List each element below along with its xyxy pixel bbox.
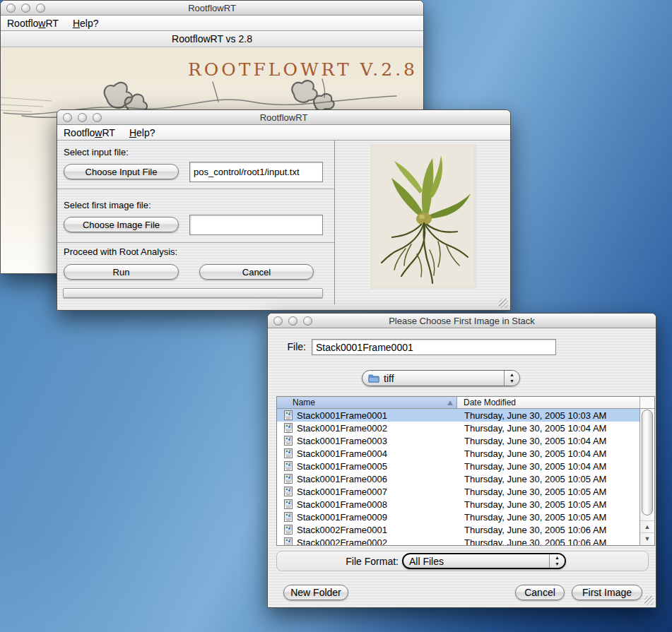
plant-preview-image (370, 144, 476, 289)
cancel-button[interactable]: Cancel (515, 585, 565, 600)
scroll-up-icon[interactable]: ▲ (640, 520, 654, 532)
zoom-button[interactable] (36, 4, 45, 13)
menubar-main: RootflowRT Help? (57, 125, 510, 141)
file-field-label: File: (268, 341, 306, 352)
file-date: Thursday, June 30, 2005 10:05 AM (457, 512, 606, 523)
scrollbar[interactable]: ▲ ▼ (639, 409, 654, 545)
resize-grip-icon[interactable] (499, 299, 508, 308)
choose-input-file-button[interactable]: Choose Input File (64, 164, 179, 179)
file-list: Name Date Modified Sta (276, 396, 655, 546)
window-title: Please Choose First Image in Stack (389, 316, 535, 326)
column-header-name[interactable]: Name (277, 397, 457, 408)
menu-label: elp? (80, 18, 98, 29)
file-row[interactable]: Stack0001Frame0002 Thursday, June 30, 20… (277, 422, 639, 434)
file-list-body: Stack0001Frame0001 Thursday, June 30, 20… (277, 409, 639, 545)
file-name-cell: Stack0002Frame0002 (277, 537, 457, 546)
first-image-button[interactable]: First Image (572, 585, 642, 600)
file-row[interactable]: Stack0001Frame0007 Thursday, June 30, 20… (277, 485, 639, 498)
image-file-field[interactable] (189, 215, 323, 235)
titlebar-dialog[interactable]: Please Choose First Image in Stack (268, 314, 656, 328)
minimize-button[interactable] (288, 316, 297, 326)
titlebar-main[interactable]: RootflowRT (57, 110, 510, 125)
file-date: Thursday, June 30, 2005 10:04 AM (457, 423, 606, 434)
version-text: RootflowRT vs 2.8 (172, 33, 252, 44)
file-row[interactable]: Stack0001Frame0003 Thursday, June 30, 20… (277, 434, 639, 447)
tiff-file-icon (284, 512, 293, 522)
progress-bar (63, 288, 323, 298)
run-button[interactable]: Run (64, 264, 179, 280)
scroll-down-icon[interactable]: ▼ (640, 532, 654, 544)
dialog-body: File: tiff ▲▼ Name Date Modified (268, 328, 656, 607)
window-title: RootflowRT (188, 3, 236, 13)
titlebar-about[interactable]: RootflowRT (1, 1, 423, 16)
file-name: Stack0001Frame0004 (297, 448, 387, 459)
analysis-section-label: Proceed with Root Analysis: (64, 246, 177, 257)
menu-label: H (73, 18, 80, 29)
file-name-cell: Stack0001Frame0005 (277, 461, 457, 472)
window-controls (273, 316, 312, 326)
file-date: Thursday, June 30, 2005 10:04 AM (457, 436, 606, 446)
divider (57, 189, 334, 189)
stepper-arrows-icon: ▲▼ (549, 554, 565, 568)
close-button[interactable] (6, 4, 16, 13)
file-name-cell: Stack0001Frame0006 (277, 474, 457, 484)
zoom-button[interactable] (303, 316, 312, 326)
divider (57, 242, 334, 243)
menubar-about: RootflowRT Help? (1, 16, 423, 31)
column-header-label: Name (293, 398, 315, 407)
tiff-file-icon (284, 537, 293, 545)
file-list-header: Name Date Modified (277, 397, 654, 409)
file-name-cell: Stack0001Frame0003 (277, 436, 457, 446)
window-controls (6, 4, 45, 13)
desktop: RootflowRT RootflowRT Help? RootflowRT v… (0, 0, 672, 632)
menu-label: w (95, 127, 102, 138)
folder-dropdown[interactable]: tiff ▲▼ (362, 370, 520, 386)
new-folder-button[interactable]: New Folder (283, 585, 348, 600)
file-date: Thursday, June 30, 2005 10:03 AM (457, 410, 606, 421)
file-date: Thursday, June 30, 2005 10:06 AM (457, 537, 606, 546)
file-row[interactable]: Stack0001Frame0004 Thursday, June 30, 20… (277, 447, 639, 460)
column-header-date[interactable]: Date Modified (457, 397, 640, 408)
file-row[interactable]: Stack0002Frame0001 Thursday, June 30, 20… (277, 523, 639, 536)
version-bar: RootflowRT vs 2.8 (1, 31, 423, 47)
image-section-label: Select first image file: (64, 200, 151, 210)
file-format-panel: File Format: All Files ▲▼ (276, 551, 649, 571)
menu-rootflowrt[interactable]: RootflowRT (7, 18, 59, 29)
column-header-label: Date Modified (464, 398, 516, 407)
menu-rootflowrt[interactable]: RootflowRT (64, 127, 115, 138)
file-row[interactable]: Stack0002Frame0002 Thursday, June 30, 20… (277, 536, 639, 545)
file-row[interactable]: Stack0001Frame0005 Thursday, June 30, 20… (277, 460, 639, 472)
close-button[interactable] (273, 316, 283, 326)
stepper-arrows-icon: ▲▼ (504, 371, 519, 386)
tiff-file-icon (284, 487, 293, 496)
close-button[interactable] (63, 113, 72, 122)
cancel-button[interactable]: Cancel (199, 264, 314, 280)
file-row[interactable]: Stack0001Frame0006 Thursday, June 30, 20… (277, 472, 639, 485)
tiff-file-icon (284, 448, 293, 458)
file-name-cell: Stack0002Frame0001 (277, 525, 457, 535)
resize-grip-icon[interactable] (644, 596, 654, 605)
file-name-input[interactable] (312, 339, 556, 355)
zoom-button[interactable] (93, 113, 102, 122)
file-name: Stack0001Frame0009 (297, 512, 387, 523)
file-row[interactable]: Stack0001Frame0008 Thursday, June 30, 20… (277, 498, 639, 511)
file-date: Thursday, June 30, 2005 10:04 AM (457, 448, 606, 459)
menu-label: RT (45, 18, 58, 29)
scrollbar-buttons: ▲ ▼ (640, 520, 654, 544)
file-row[interactable]: Stack0001Frame0001 Thursday, June 30, 20… (277, 409, 639, 422)
scrollbar-thumb[interactable] (642, 410, 653, 515)
file-name: Stack0002Frame0001 (297, 525, 387, 535)
tiff-file-icon (284, 461, 293, 471)
choose-image-file-button[interactable]: Choose Image File (64, 217, 179, 232)
file-format-label: File Format: (319, 556, 399, 567)
menu-help[interactable]: Help? (129, 127, 155, 138)
menu-help[interactable]: Help? (73, 18, 99, 29)
input-file-field[interactable] (189, 162, 323, 182)
minimize-button[interactable] (21, 4, 30, 13)
file-name-cell: Stack0001Frame0008 (277, 499, 457, 510)
minimize-button[interactable] (78, 113, 87, 122)
tiff-file-icon (284, 474, 293, 484)
file-row[interactable]: Stack0001Frame0009 Thursday, June 30, 20… (277, 511, 639, 523)
file-format-dropdown[interactable]: All Files ▲▼ (402, 553, 566, 569)
input-section-label: Select input file: (64, 147, 129, 157)
